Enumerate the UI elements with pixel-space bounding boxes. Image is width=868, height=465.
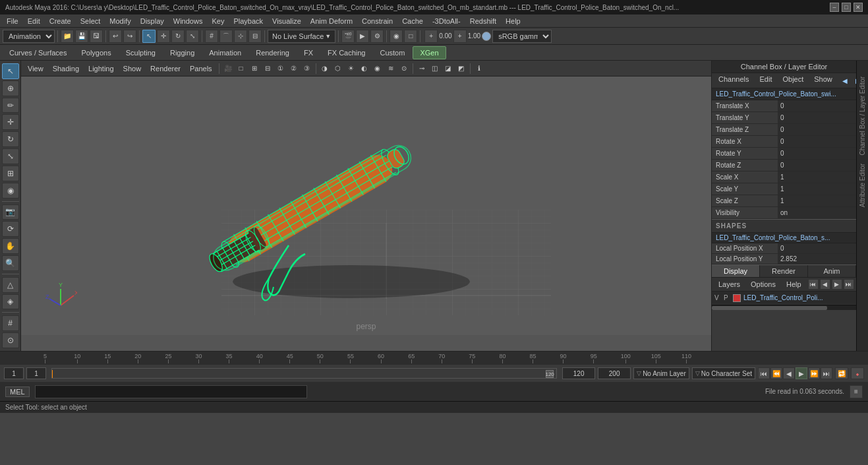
translate-y-value[interactable]: 0 xyxy=(778,112,856,123)
anim-layer-selector[interactable]: ▽ No Anim Layer xyxy=(633,367,689,379)
camera-tool[interactable]: 📷 xyxy=(2,204,19,220)
step-back-btn[interactable]: ⏪ xyxy=(770,367,782,379)
step-forward-btn[interactable]: ⏩ xyxy=(808,367,820,379)
translate-x-value[interactable]: 0 xyxy=(778,100,856,111)
soft-mod-tool[interactable]: ◉ xyxy=(2,183,19,199)
layer-first-btn[interactable]: ⏮ xyxy=(808,279,819,290)
shading-menu[interactable]: Shading xyxy=(49,64,83,73)
hypershade-btn[interactable]: ◉ xyxy=(390,30,403,43)
vp-shadow-btn[interactable]: ◐ xyxy=(359,63,370,75)
help-menu2[interactable]: Help xyxy=(782,280,805,289)
layer-last-btn[interactable]: ⏭ xyxy=(844,279,854,290)
menu-item-edit[interactable]: Edit xyxy=(24,15,44,27)
play-forward-btn[interactable]: ▶ xyxy=(796,367,807,379)
paint-select-tool[interactable]: ✏ xyxy=(2,98,19,113)
scale-y-value[interactable]: 1 xyxy=(778,183,856,195)
tab-render[interactable]: Render xyxy=(760,265,808,277)
minimize-button[interactable]: – xyxy=(830,3,839,12)
vp-xray-active-btn[interactable]: ◪ xyxy=(442,63,454,75)
renderer-menu[interactable]: Renderer xyxy=(146,64,185,73)
vp-ao-btn[interactable]: ◉ xyxy=(372,63,384,75)
tab-polygons[interactable]: Polygons xyxy=(74,46,117,59)
vp-smooth2-btn[interactable]: ② xyxy=(288,63,300,75)
timeline-playback-range[interactable]: 120 xyxy=(51,368,557,379)
local-pos-y-value[interactable]: 2.852 xyxy=(778,254,856,264)
rotate-x-value[interactable]: 0 xyxy=(778,136,856,147)
vp-resolution-btn[interactable]: □ xyxy=(235,63,247,75)
menu-item-visualize[interactable]: Visualize xyxy=(268,15,305,27)
visibility-value[interactable]: on xyxy=(778,207,856,218)
tab-rendering[interactable]: Rendering xyxy=(249,46,296,59)
snap-curve2[interactable]: ⊙ xyxy=(2,332,19,348)
show-manip-tool[interactable]: △ xyxy=(2,277,19,293)
open-file-btn[interactable]: 📁 xyxy=(61,30,74,43)
exposure-up-btn[interactable]: + xyxy=(424,30,438,43)
tab-fx[interactable]: FX xyxy=(297,46,320,59)
render-settings-btn[interactable]: ⚙ xyxy=(370,30,384,43)
tab-anim[interactable]: Anim xyxy=(808,265,856,277)
character-set-selector[interactable]: ▽ No Character Set xyxy=(692,367,755,379)
range-start-input[interactable] xyxy=(26,367,46,379)
maximize-button[interactable]: □ xyxy=(842,3,851,12)
orbit-tool[interactable]: ⟳ xyxy=(2,221,19,237)
tab-fx-caching[interactable]: FX Caching xyxy=(321,46,372,59)
menu-item-constrain[interactable]: Constrain xyxy=(358,15,397,27)
tab-custom[interactable]: Custom xyxy=(374,46,412,59)
save-file-btn[interactable]: 💾 xyxy=(75,30,88,43)
timeline-ruler[interactable]: 5101520253035404550556065707580859095100… xyxy=(0,352,868,365)
viewport-panel[interactable]: View Shading Lighting Show Renderer Pane… xyxy=(21,61,711,351)
vp-xray-btn[interactable]: ◫ xyxy=(429,63,441,75)
menu-item-anim-deform[interactable]: Anim Deform xyxy=(306,15,357,27)
vp-camera-btn[interactable]: 🎥 xyxy=(222,63,234,75)
channels-menu[interactable]: Channels xyxy=(714,75,753,86)
options-menu[interactable]: Options xyxy=(747,280,780,289)
snap-grid2[interactable]: # xyxy=(2,315,19,331)
menu-item-windows[interactable]: Windows xyxy=(169,15,207,27)
menu-item--3dtoall-[interactable]: -3DtoAll- xyxy=(428,15,465,27)
playback-end-input[interactable] xyxy=(562,367,595,379)
lighting-menu[interactable]: Lighting xyxy=(84,64,118,73)
menu-item-create[interactable]: Create xyxy=(45,15,75,27)
layer-item[interactable]: V P LED_Traffic_Control_Poli... xyxy=(712,292,856,305)
anim-end-input[interactable] xyxy=(598,367,631,379)
rotate-tool-btn[interactable]: ↻ xyxy=(171,30,185,43)
menu-item-display[interactable]: Display xyxy=(136,15,168,27)
tab-rigging[interactable]: Rigging xyxy=(163,46,201,59)
local-pos-x-value[interactable]: 0 xyxy=(778,243,856,253)
vp-motion-blur-btn[interactable]: ≋ xyxy=(385,63,397,75)
menu-item-cache[interactable]: Cache xyxy=(398,15,427,27)
vp-xray-joints-btn[interactable]: ◩ xyxy=(455,63,467,75)
scale-x-value[interactable]: 1 xyxy=(778,171,856,183)
redo-btn[interactable]: ↪ xyxy=(123,30,136,43)
translate-z-value[interactable]: 0 xyxy=(778,124,856,135)
no-live-surface-btn[interactable]: No Live Surface ▼ xyxy=(268,30,335,43)
gamma-up-btn[interactable]: + xyxy=(453,30,467,43)
render-view-btn[interactable]: 🎬 xyxy=(341,30,355,43)
layer-color-swatch[interactable] xyxy=(733,294,741,302)
vp-hud-btn[interactable]: ℹ xyxy=(473,63,485,75)
scale-z-value[interactable]: 1 xyxy=(778,195,856,206)
menu-item-redshift[interactable]: Redshift xyxy=(466,15,500,27)
vp-wireframe-btn[interactable]: ⊟ xyxy=(262,63,274,75)
loop-mode-btn[interactable]: 🔁 xyxy=(835,367,848,379)
menu-item-select[interactable]: Select xyxy=(76,15,105,27)
command-line-input[interactable] xyxy=(35,385,307,398)
object-menu[interactable]: Object xyxy=(778,75,807,86)
status-bar-options-btn[interactable]: ≡ xyxy=(850,385,863,398)
tab-xgen[interactable]: XGen xyxy=(413,46,446,59)
select-tool[interactable]: ↖ xyxy=(2,63,19,79)
scale-tool-btn[interactable]: ⤡ xyxy=(186,30,199,43)
edit-menu[interactable]: Edit xyxy=(755,75,776,86)
tab-curves-surfaces[interactable]: Curves / Surfaces xyxy=(3,46,73,59)
auto-key-btn[interactable]: ⬥ xyxy=(851,367,864,379)
no-live-surface-dropdown-icon[interactable]: ▼ xyxy=(325,33,331,40)
layer-visibility-flag[interactable]: V xyxy=(714,294,721,301)
vp-iso-select-btn[interactable]: ⊸ xyxy=(416,63,428,75)
menu-item-file[interactable]: File xyxy=(3,15,22,27)
menu-item-modify[interactable]: Modify xyxy=(105,15,134,27)
gamma-mode-dropdown[interactable]: sRGB gamma xyxy=(492,30,552,43)
pan-tool[interactable]: ✋ xyxy=(2,238,19,254)
move-tool2[interactable]: ✛ xyxy=(2,114,19,130)
move-tool-btn[interactable]: ✛ xyxy=(157,30,170,43)
layer-playback-flag[interactable]: P xyxy=(724,294,730,301)
